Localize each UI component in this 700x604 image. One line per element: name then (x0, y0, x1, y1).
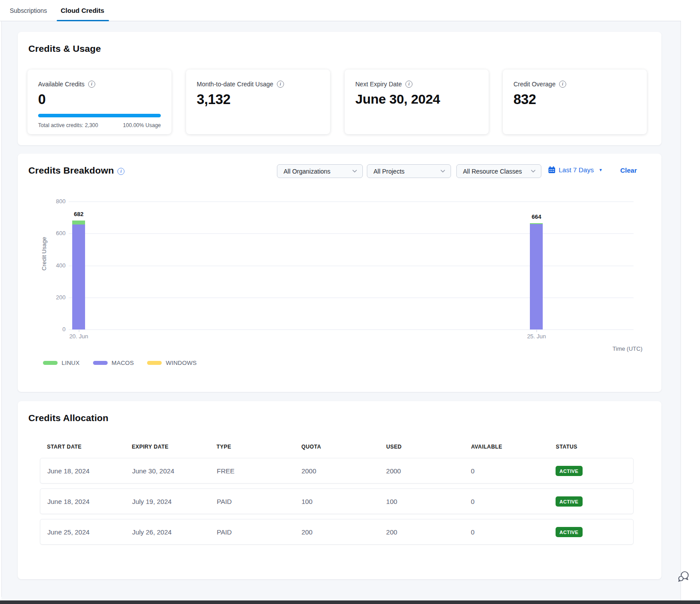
projects-dropdown[interactable]: All Projects (367, 164, 451, 178)
cell-quota: 2000 (294, 467, 379, 475)
cell-available: 0 (464, 498, 548, 505)
legend-label: MACOS (112, 360, 134, 366)
chart-filters: All Organizations All Projects All Resou… (18, 164, 661, 178)
credit-usage-progress (38, 114, 161, 117)
y-axis-tick-label: 400 (21, 262, 66, 269)
cell-used: 200 (379, 528, 464, 536)
chart-gridline (69, 329, 634, 330)
cell-type: FREE (210, 467, 294, 475)
y-axis-label: Credit Usage (41, 209, 48, 298)
tab-cloud-credits[interactable]: Cloud Credits (61, 0, 104, 21)
chart-bar-segment-macos[interactable] (72, 225, 85, 329)
left-edge-divider (1, 21, 2, 597)
cell-start-date: June 25, 2024 (40, 528, 125, 536)
date-range-picker[interactable]: Last 7 Days ▼ (548, 166, 603, 174)
credits-breakdown-panel: Credits Breakdowni All Organizations All… (18, 154, 661, 392)
legend-swatch-windows (147, 361, 162, 365)
chart-gridline (69, 201, 634, 202)
resource-classes-dropdown[interactable]: All Resource Classes (456, 164, 541, 178)
column-header: EXPIRY DATE (124, 444, 209, 450)
x-axis-label: Time (UTC) (554, 345, 642, 352)
cell-quota: 100 (294, 498, 379, 505)
legend-item-macos[interactable]: MACOS (93, 360, 134, 366)
chart-gridline (69, 233, 634, 234)
mtd-usage-card: Month-to-date Credit Usagei 3,132 (186, 70, 330, 134)
cell-expiry-date: July 19, 2024 (125, 498, 210, 505)
next-expiry-label: Next Expiry Datei (355, 81, 478, 88)
info-icon[interactable]: i (559, 81, 566, 88)
next-expiry-card: Next Expiry Datei June 30, 2024 (345, 70, 489, 134)
credits-chart: Credit Usage Time (UTC) LINUXMACOSWINDOW… (18, 189, 661, 392)
info-icon[interactable]: i (88, 81, 95, 88)
chart-bar-value-label: 682 (63, 211, 94, 217)
x-axis-tickmark (537, 330, 537, 332)
status-badge: ACTIVE (556, 527, 583, 537)
chat-widget-button[interactable] (676, 569, 690, 584)
column-header: AVAILABLE (464, 444, 548, 450)
credits-usage-panel: Credits & Usage Available Creditsi 0 Tot… (18, 32, 661, 145)
x-axis-tick-label: 25. Jun (521, 333, 552, 340)
credit-overage-card: Credit Overagei 832 (503, 70, 647, 134)
status-badge: ACTIVE (556, 496, 583, 507)
mtd-usage-label: Month-to-date Credit Usagei (197, 81, 319, 88)
cell-used: 100 (379, 498, 464, 505)
chevron-down-icon (352, 170, 357, 173)
cell-expiry-date: July 26, 2024 (125, 528, 210, 536)
top-tab-bar: Subscriptions Cloud Credits (0, 0, 681, 21)
y-axis-tick-label: 0 (21, 326, 66, 333)
cell-status: ACTIVE (548, 496, 633, 507)
usage-percent: 100.00% Usage (123, 122, 161, 128)
cell-used: 2000 (379, 467, 464, 475)
chart-legend: LINUXMACOSWINDOWS (43, 360, 197, 366)
bottom-window-edge (0, 600, 700, 604)
info-icon[interactable]: i (405, 81, 412, 88)
cell-start-date: June 18, 2024 (40, 498, 125, 505)
legend-item-windows[interactable]: WINDOWS (147, 360, 197, 366)
credits-allocation-table: START DATEEXPIRY DATETYPEQUOTAUSEDAVAILA… (40, 444, 634, 550)
column-header: STATUS (549, 444, 634, 450)
credits-allocation-panel: Credits Allocation START DATEEXPIRY DATE… (18, 401, 661, 579)
date-range-label: Last 7 Days (559, 166, 594, 174)
chart-bar-segment-macos[interactable] (530, 224, 543, 329)
cell-type: PAID (210, 498, 294, 505)
organizations-dropdown[interactable]: All Organizations (277, 164, 363, 178)
legend-swatch-macos (93, 361, 108, 365)
status-badge: ACTIVE (556, 466, 583, 476)
x-axis-tick-label: 20. Jun (63, 333, 94, 340)
available-credits-card: Available Creditsi 0 Total active credit… (27, 70, 171, 134)
calendar-icon (548, 166, 556, 174)
clear-filters-button[interactable]: Clear (620, 166, 637, 174)
cell-status: ACTIVE (548, 466, 633, 476)
chat-bubbles-icon (676, 569, 690, 584)
total-active-credits: Total active credits: 2,300 (38, 122, 98, 128)
column-header: USED (379, 444, 464, 450)
column-header: START DATE (40, 444, 124, 450)
y-axis-tick-label: 800 (21, 198, 66, 205)
table-header-row: START DATEEXPIRY DATETYPEQUOTAUSEDAVAILA… (40, 444, 634, 458)
y-axis-tick-label: 200 (21, 294, 66, 301)
info-icon[interactable]: i (277, 81, 284, 88)
chart-bar-segment-linux[interactable] (530, 223, 543, 224)
credit-overage-value: 832 (513, 92, 636, 108)
available-credits-value: 0 (38, 92, 161, 108)
credits-usage-title: Credits & Usage (28, 43, 101, 54)
cell-available: 0 (464, 467, 548, 475)
credit-usage-progress-fill (38, 114, 161, 117)
chart-gridline (69, 298, 634, 298)
table-body: June 18, 2024June 30, 2024FREE200020000A… (40, 458, 634, 545)
active-tab-underline (57, 20, 109, 21)
chart-bar-segment-linux[interactable] (72, 221, 85, 225)
cell-type: PAID (210, 528, 294, 536)
caret-down-icon: ▼ (599, 168, 603, 172)
legend-item-linux[interactable]: LINUX (43, 360, 80, 366)
y-axis-tick-label: 600 (21, 230, 66, 236)
cell-expiry-date: June 30, 2024 (125, 467, 210, 475)
chevron-down-icon (440, 170, 445, 173)
table-row: June 25, 2024July 26, 2024PAID2002000ACT… (40, 519, 634, 545)
available-credits-label: Available Creditsi (38, 81, 161, 88)
tab-subscriptions[interactable]: Subscriptions (10, 0, 47, 21)
table-row: June 18, 2024June 30, 2024FREE200020000A… (40, 458, 634, 484)
mtd-usage-value: 3,132 (197, 92, 319, 108)
table-row: June 18, 2024July 19, 2024PAID1001000ACT… (40, 488, 634, 514)
credit-overage-label: Credit Overagei (513, 81, 636, 88)
